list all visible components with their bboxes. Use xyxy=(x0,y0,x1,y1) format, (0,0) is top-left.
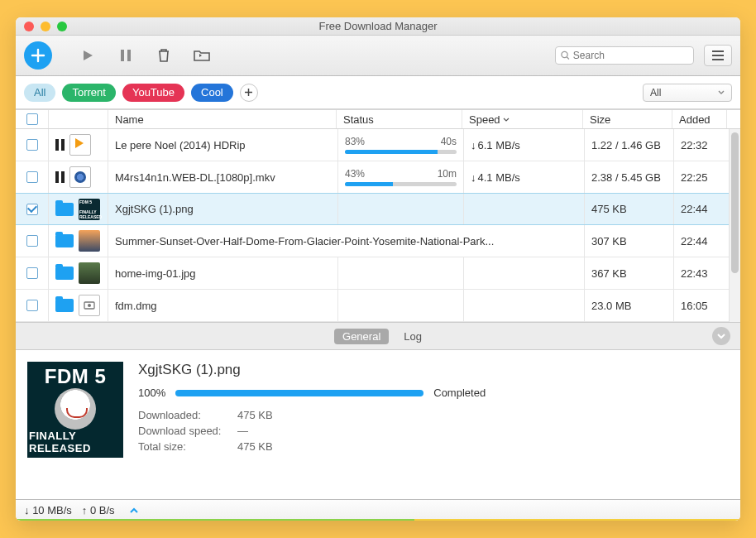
search-input[interactable] xyxy=(573,50,688,61)
added-time: 22:32 xyxy=(681,139,708,151)
svg-rect-0 xyxy=(121,50,124,61)
column-status[interactable]: Status xyxy=(337,110,462,128)
chevron-down-icon xyxy=(717,334,725,339)
file-size: 367 KB xyxy=(591,267,627,280)
file-thumbnail xyxy=(79,295,100,316)
scrollbar[interactable] xyxy=(729,129,740,322)
delete-button[interactable] xyxy=(146,42,181,69)
add-download-button[interactable] xyxy=(24,41,52,70)
search-icon xyxy=(561,50,570,60)
play-icon xyxy=(81,49,94,62)
tag-youtube[interactable]: YouTube xyxy=(122,84,184,102)
file-thumbnail: FDM 5FINALLY RELEASED xyxy=(79,199,100,220)
downloads-list: Le pere Noel (2014) HDRip 83%40s 6.1 MB/… xyxy=(16,129,729,322)
column-name[interactable]: Name xyxy=(108,110,337,128)
detail-progress-bar xyxy=(175,390,423,396)
filter-dropdown[interactable]: All xyxy=(643,84,732,102)
added-time: 22:43 xyxy=(681,267,708,280)
tag-torrent[interactable]: Torrent xyxy=(62,84,115,102)
detail-downloaded: 475 KB xyxy=(237,409,729,421)
table-row[interactable]: fdm.dmg 23.0 MB 16:05 xyxy=(16,290,729,322)
hamburger-icon xyxy=(711,50,725,60)
global-upload-speed: ↑ 0 B/s xyxy=(82,504,115,516)
table-row[interactable]: FDM 5FINALLY RELEASED XgjtSKG (1).png 47… xyxy=(16,193,729,225)
app-window: Free Download Manager All Torrent YouTub… xyxy=(16,17,740,521)
column-size[interactable]: Size xyxy=(583,110,672,128)
select-all-checkbox[interactable] xyxy=(26,113,38,125)
row-checkbox[interactable] xyxy=(26,300,38,311)
move-to-folder-button[interactable] xyxy=(184,42,219,69)
file-name: fdm.dmg xyxy=(115,300,157,312)
collapse-detail-button[interactable] xyxy=(712,327,730,345)
file-name: XgjtSKG (1).png xyxy=(115,203,194,215)
detail-speed: — xyxy=(237,425,729,437)
global-download-speed: ↓ 10 MB/s xyxy=(24,504,72,516)
window-title: Free Download Manager xyxy=(16,20,740,32)
detail-filename: XgjtSKG (1).png xyxy=(138,362,729,378)
file-name: M4rs14n1n.WEB-DL.[1080p].mkv xyxy=(115,171,275,184)
progress-bar xyxy=(345,182,457,186)
table-row[interactable]: Le pere Noel (2014) HDRip 83%40s 6.1 MB/… xyxy=(16,129,729,161)
chevron-up-icon xyxy=(130,507,138,513)
file-thumbnail xyxy=(69,134,91,156)
open-folder-button[interactable] xyxy=(55,299,74,312)
tag-cool[interactable]: Cool xyxy=(191,84,233,102)
file-size: 23.0 MB xyxy=(591,300,631,312)
scrollbar-thumb[interactable] xyxy=(731,132,739,273)
search-box[interactable] xyxy=(555,46,694,65)
added-time: 22:25 xyxy=(681,171,708,184)
row-checkbox[interactable] xyxy=(26,204,38,215)
file-size: 1.22 / 1.46 GB xyxy=(591,139,661,151)
open-folder-button[interactable] xyxy=(55,267,74,280)
pause-icon xyxy=(55,139,65,151)
folder-arrow-icon xyxy=(194,49,210,62)
table-row[interactable]: M4rs14n1n.WEB-DL.[1080p].mkv 43%10m 4.1 … xyxy=(16,161,729,194)
status-bar: ↓ 10 MB/s ↑ 0 B/s xyxy=(16,499,740,521)
start-button[interactable] xyxy=(70,42,105,69)
open-folder-button[interactable] xyxy=(55,234,74,247)
tag-all[interactable]: All xyxy=(24,84,55,102)
file-thumbnail xyxy=(79,230,100,252)
column-speed[interactable]: Speed xyxy=(462,110,583,128)
row-checkbox[interactable] xyxy=(26,235,38,247)
detail-total: 475 KB xyxy=(237,440,729,453)
sort-desc-icon xyxy=(503,118,510,122)
file-name: Le pere Noel (2014) HDRip xyxy=(115,139,246,151)
toolbar xyxy=(16,36,740,76)
file-size: 307 KB xyxy=(591,235,627,247)
detail-thumbnail: FDM 5 FINALLY RELEASED xyxy=(27,362,123,458)
svg-point-2 xyxy=(562,51,567,57)
row-checkbox[interactable] xyxy=(26,171,38,183)
row-checkbox[interactable] xyxy=(26,139,38,151)
download-speed: 6.1 MB/s xyxy=(471,139,520,151)
tag-bar: All Torrent YouTube Cool All xyxy=(16,76,740,109)
added-time: 16:05 xyxy=(681,300,708,312)
file-thumbnail xyxy=(69,166,91,188)
pause-icon xyxy=(120,49,132,62)
file-size: 2.38 / 5.45 GB xyxy=(591,171,661,184)
added-time: 22:44 xyxy=(681,203,708,215)
titlebar: Free Download Manager xyxy=(16,17,740,36)
table-row[interactable]: home-img-01.jpg 367 KB 22:43 xyxy=(16,257,729,290)
detail-tabbar: General Log xyxy=(16,322,740,350)
pause-icon xyxy=(55,171,65,183)
table-row[interactable]: Summer-Sunset-Over-Half-Dome-From-Glacie… xyxy=(16,225,729,257)
svg-rect-1 xyxy=(127,50,131,61)
detail-percent: 100% xyxy=(138,387,165,399)
plus-icon xyxy=(244,88,253,97)
tab-general[interactable]: General xyxy=(334,329,389,344)
open-folder-button[interactable] xyxy=(55,203,74,216)
plus-icon xyxy=(31,48,45,63)
menu-button[interactable] xyxy=(704,45,732,66)
tab-log[interactable]: Log xyxy=(404,330,422,343)
file-name: home-img-01.jpg xyxy=(115,267,196,280)
row-checkbox[interactable] xyxy=(26,267,38,279)
trash-icon xyxy=(157,48,170,63)
chevron-down-icon xyxy=(718,90,725,95)
speed-limit-button[interactable] xyxy=(130,507,138,513)
pause-button[interactable] xyxy=(108,42,143,69)
add-tag-button[interactable] xyxy=(240,84,258,102)
detail-panel: FDM 5 FINALLY RELEASED XgjtSKG (1).png 1… xyxy=(16,350,740,464)
column-added[interactable]: Added xyxy=(672,110,727,128)
download-speed: 4.1 MB/s xyxy=(471,171,520,184)
